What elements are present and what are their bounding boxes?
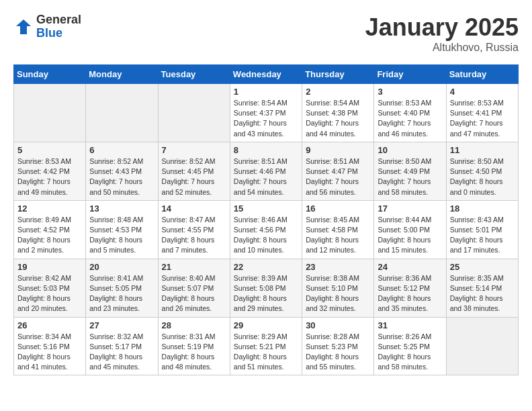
day-info: Sunrise: 8:52 AMSunset: 4:43 PMDaylight:… bbox=[89, 156, 154, 197]
calendar-cell: 2Sunrise: 8:54 AMSunset: 4:38 PMDaylight… bbox=[302, 84, 374, 142]
day-info: Sunrise: 8:26 AMSunset: 5:25 PMDaylight:… bbox=[378, 332, 442, 373]
day-info: Sunrise: 8:53 AMSunset: 4:40 PMDaylight:… bbox=[378, 98, 442, 139]
day-info: Sunrise: 8:35 AMSunset: 5:14 PMDaylight:… bbox=[450, 273, 515, 314]
day-info: Sunrise: 8:51 AMSunset: 4:46 PMDaylight:… bbox=[234, 156, 298, 197]
day-info: Sunrise: 8:36 AMSunset: 5:12 PMDaylight:… bbox=[378, 273, 442, 314]
day-info: Sunrise: 8:34 AMSunset: 5:16 PMDaylight:… bbox=[17, 332, 82, 373]
header-friday: Friday bbox=[374, 65, 446, 84]
day-number: 14 bbox=[162, 203, 226, 214]
logo: General Blue bbox=[13, 13, 81, 40]
calendar-cell: 29Sunrise: 8:29 AMSunset: 5:21 PMDayligh… bbox=[230, 317, 302, 375]
day-info: Sunrise: 8:41 AMSunset: 5:05 PMDaylight:… bbox=[89, 273, 154, 314]
calendar-cell: 7Sunrise: 8:52 AMSunset: 4:45 PMDaylight… bbox=[158, 142, 230, 200]
header-monday: Monday bbox=[86, 65, 158, 84]
week-row-4: 19Sunrise: 8:42 AMSunset: 5:03 PMDayligh… bbox=[14, 259, 519, 317]
day-number: 24 bbox=[378, 262, 442, 272]
calendar-cell: 22Sunrise: 8:39 AMSunset: 5:08 PMDayligh… bbox=[230, 259, 302, 317]
day-number: 19 bbox=[17, 262, 82, 272]
day-number: 6 bbox=[89, 145, 154, 155]
day-number: 11 bbox=[450, 145, 515, 155]
day-number: 22 bbox=[234, 262, 298, 272]
header-saturday: Saturday bbox=[446, 65, 518, 84]
day-number: 30 bbox=[306, 320, 370, 330]
day-info: Sunrise: 8:32 AMSunset: 5:17 PMDaylight:… bbox=[89, 332, 154, 373]
calendar-cell: 14Sunrise: 8:47 AMSunset: 4:55 PMDayligh… bbox=[158, 200, 230, 259]
day-info: Sunrise: 8:53 AMSunset: 4:42 PMDaylight:… bbox=[17, 156, 82, 197]
calendar-cell: 8Sunrise: 8:51 AMSunset: 4:46 PMDaylight… bbox=[230, 142, 302, 200]
day-number: 20 bbox=[89, 262, 154, 272]
calendar-header: Sunday Monday Tuesday Wednesday Thursday… bbox=[14, 65, 519, 84]
calendar-cell: 31Sunrise: 8:26 AMSunset: 5:25 PMDayligh… bbox=[374, 317, 446, 375]
day-info: Sunrise: 8:43 AMSunset: 5:01 PMDaylight:… bbox=[450, 215, 515, 256]
logo-general: General bbox=[36, 13, 81, 27]
day-number: 5 bbox=[17, 145, 82, 155]
day-info: Sunrise: 8:54 AMSunset: 4:37 PMDaylight:… bbox=[234, 98, 298, 139]
day-number: 13 bbox=[89, 203, 154, 214]
calendar-cell: 30Sunrise: 8:28 AMSunset: 5:23 PMDayligh… bbox=[302, 317, 374, 375]
week-row-3: 12Sunrise: 8:49 AMSunset: 4:52 PMDayligh… bbox=[14, 200, 519, 259]
day-number: 17 bbox=[378, 203, 442, 214]
day-info: Sunrise: 8:29 AMSunset: 5:21 PMDaylight:… bbox=[234, 332, 298, 373]
day-number: 21 bbox=[162, 262, 226, 272]
header-thursday: Thursday bbox=[302, 65, 374, 84]
day-info: Sunrise: 8:51 AMSunset: 4:47 PMDaylight:… bbox=[306, 156, 370, 197]
calendar-cell: 21Sunrise: 8:40 AMSunset: 5:07 PMDayligh… bbox=[158, 259, 230, 317]
header-wednesday: Wednesday bbox=[230, 65, 302, 84]
calendar-cell bbox=[158, 84, 230, 142]
day-number: 7 bbox=[162, 145, 226, 155]
calendar-cell bbox=[86, 84, 158, 142]
title-block: January 2025 Altukhovo, Russia bbox=[365, 13, 519, 54]
calendar-cell: 1Sunrise: 8:54 AMSunset: 4:37 PMDaylight… bbox=[230, 84, 302, 142]
day-number: 23 bbox=[306, 262, 370, 272]
week-row-2: 5Sunrise: 8:53 AMSunset: 4:42 PMDaylight… bbox=[14, 142, 519, 200]
header-sunday: Sunday bbox=[14, 65, 86, 84]
calendar-body: 1Sunrise: 8:54 AMSunset: 4:37 PMDaylight… bbox=[14, 84, 519, 375]
day-info: Sunrise: 8:52 AMSunset: 4:45 PMDaylight:… bbox=[162, 156, 226, 197]
calendar-cell: 20Sunrise: 8:41 AMSunset: 5:05 PMDayligh… bbox=[86, 259, 158, 317]
calendar-cell: 10Sunrise: 8:50 AMSunset: 4:49 PMDayligh… bbox=[374, 142, 446, 200]
calendar-cell: 26Sunrise: 8:34 AMSunset: 5:16 PMDayligh… bbox=[14, 317, 86, 375]
day-number: 25 bbox=[450, 262, 515, 272]
day-number: 26 bbox=[17, 320, 82, 330]
calendar-cell: 28Sunrise: 8:31 AMSunset: 5:19 PMDayligh… bbox=[158, 317, 230, 375]
logo-icon bbox=[13, 17, 34, 37]
calendar-cell: 19Sunrise: 8:42 AMSunset: 5:03 PMDayligh… bbox=[14, 259, 86, 317]
location: Altukhovo, Russia bbox=[365, 42, 519, 54]
logo-blue: Blue bbox=[36, 27, 81, 40]
day-number: 29 bbox=[234, 320, 298, 330]
page-header: General Blue January 2025 Altukhovo, Rus… bbox=[13, 13, 519, 54]
week-row-5: 26Sunrise: 8:34 AMSunset: 5:16 PMDayligh… bbox=[14, 317, 519, 375]
day-info: Sunrise: 8:53 AMSunset: 4:41 PMDaylight:… bbox=[450, 98, 515, 139]
day-number: 1 bbox=[234, 87, 298, 97]
day-number: 8 bbox=[234, 145, 298, 155]
day-info: Sunrise: 8:31 AMSunset: 5:19 PMDaylight:… bbox=[162, 332, 226, 373]
calendar-cell: 25Sunrise: 8:35 AMSunset: 5:14 PMDayligh… bbox=[446, 259, 518, 317]
logo-text: General Blue bbox=[36, 13, 81, 40]
day-number: 9 bbox=[306, 145, 370, 155]
day-number: 28 bbox=[162, 320, 226, 330]
month-title: January 2025 bbox=[365, 13, 519, 42]
calendar-cell: 11Sunrise: 8:50 AMSunset: 4:50 PMDayligh… bbox=[446, 142, 518, 200]
day-info: Sunrise: 8:47 AMSunset: 4:55 PMDaylight:… bbox=[162, 215, 226, 256]
day-info: Sunrise: 8:39 AMSunset: 5:08 PMDaylight:… bbox=[234, 273, 298, 314]
calendar-cell: 16Sunrise: 8:45 AMSunset: 4:58 PMDayligh… bbox=[302, 200, 374, 259]
day-number: 10 bbox=[378, 145, 442, 155]
calendar-cell: 3Sunrise: 8:53 AMSunset: 4:40 PMDaylight… bbox=[374, 84, 446, 142]
day-info: Sunrise: 8:40 AMSunset: 5:07 PMDaylight:… bbox=[162, 273, 226, 314]
day-info: Sunrise: 8:50 AMSunset: 4:49 PMDaylight:… bbox=[378, 156, 442, 197]
day-number: 27 bbox=[89, 320, 154, 330]
day-number: 15 bbox=[234, 203, 298, 214]
calendar-cell: 27Sunrise: 8:32 AMSunset: 5:17 PMDayligh… bbox=[86, 317, 158, 375]
calendar-cell: 9Sunrise: 8:51 AMSunset: 4:47 PMDaylight… bbox=[302, 142, 374, 200]
day-info: Sunrise: 8:38 AMSunset: 5:10 PMDaylight:… bbox=[306, 273, 370, 314]
calendar-cell: 6Sunrise: 8:52 AMSunset: 4:43 PMDaylight… bbox=[86, 142, 158, 200]
day-info: Sunrise: 8:45 AMSunset: 4:58 PMDaylight:… bbox=[306, 215, 370, 256]
calendar-cell: 13Sunrise: 8:48 AMSunset: 4:53 PMDayligh… bbox=[86, 200, 158, 259]
day-number: 18 bbox=[450, 203, 515, 214]
header-tuesday: Tuesday bbox=[158, 65, 230, 84]
svg-marker-0 bbox=[16, 19, 31, 34]
calendar-table: Sunday Monday Tuesday Wednesday Thursday… bbox=[13, 64, 519, 375]
calendar-cell: 23Sunrise: 8:38 AMSunset: 5:10 PMDayligh… bbox=[302, 259, 374, 317]
calendar-cell bbox=[446, 317, 518, 375]
calendar-cell: 15Sunrise: 8:46 AMSunset: 4:56 PMDayligh… bbox=[230, 200, 302, 259]
